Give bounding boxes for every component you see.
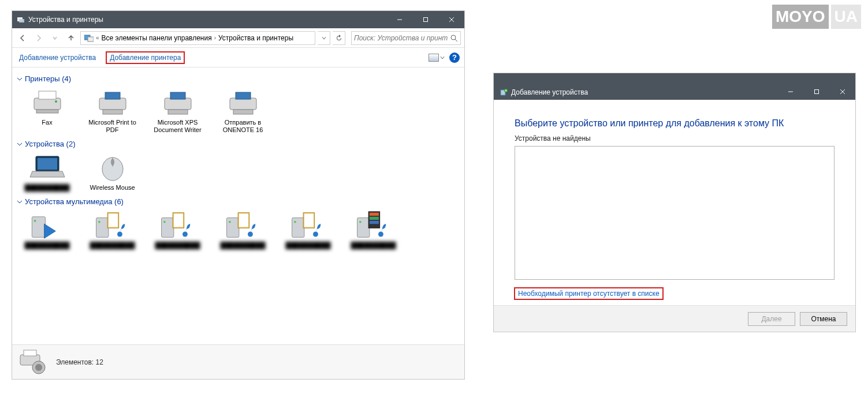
group-header-printers[interactable]: Принтеры (4) xyxy=(17,74,460,83)
svg-point-8 xyxy=(451,35,456,40)
svg-rect-17 xyxy=(165,98,191,110)
svg-rect-22 xyxy=(233,110,253,114)
command-bar: Добавление устройства Добавление принтер… xyxy=(12,48,464,67)
breadcrumb-path[interactable]: « Все элементы панели управления › Устро… xyxy=(80,31,315,45)
svg-rect-54 xyxy=(369,221,378,224)
device-add-icon xyxy=(500,88,508,96)
devices-icon xyxy=(17,16,25,24)
svg-rect-24 xyxy=(38,158,57,170)
svg-rect-47 xyxy=(304,213,313,227)
dialog-titlebar: Добавление устройства xyxy=(494,73,855,100)
device-item[interactable]: Microsoft Print to PDF xyxy=(82,85,143,135)
device-label: ██████████ xyxy=(351,242,396,249)
svg-rect-34 xyxy=(161,218,173,238)
printer-icon xyxy=(159,87,196,118)
svg-rect-42 xyxy=(239,213,248,227)
search-input[interactable] xyxy=(354,34,448,42)
status-bar: Элементов: 12 xyxy=(12,344,464,379)
device-label: Fax xyxy=(42,119,52,126)
device-item[interactable]: Fax xyxy=(17,85,77,135)
dialog-subtext: Устройства не найдены xyxy=(515,134,835,142)
svg-point-30 xyxy=(98,221,100,223)
minimize-button[interactable] xyxy=(777,84,803,100)
media-server-icon xyxy=(159,209,196,241)
fax-icon xyxy=(29,87,66,118)
chevron-right-icon: › xyxy=(214,35,216,41)
back-button[interactable] xyxy=(16,31,29,45)
status-text: Элементов: 12 xyxy=(56,358,103,366)
minimize-button[interactable] xyxy=(386,11,412,28)
up-button[interactable] xyxy=(64,31,78,45)
group-header-multimedia[interactable]: Устройства мультимедиа (6) xyxy=(17,197,460,206)
device-item[interactable]: ██████████ xyxy=(278,208,338,250)
media-server-icon xyxy=(29,209,66,241)
svg-rect-49 xyxy=(357,218,369,238)
help-button[interactable]: ? xyxy=(449,52,460,63)
svg-point-28 xyxy=(33,220,36,222)
dialog-title: Добавление устройства xyxy=(511,88,588,96)
svg-rect-14 xyxy=(99,98,126,110)
device-item[interactable]: ██████████ xyxy=(343,208,404,250)
svg-rect-18 xyxy=(170,92,185,99)
devices-and-printers-window: Устройства и принтеры « Все элементы пан… xyxy=(12,10,465,380)
breadcrumb-item-1[interactable]: Все элементы панели управления xyxy=(102,34,212,42)
refresh-button[interactable] xyxy=(333,31,345,45)
svg-rect-11 xyxy=(39,91,56,99)
chevron-down-icon xyxy=(17,199,23,205)
add-device-link[interactable]: Добавление устройства xyxy=(17,52,98,63)
found-devices-list[interactable] xyxy=(515,146,835,280)
cancel-button[interactable]: Отмена xyxy=(800,312,847,326)
device-label: ██████████ xyxy=(286,242,331,249)
device-item[interactable]: ██████████ xyxy=(17,208,77,250)
device-item[interactable]: ██████████ xyxy=(82,208,143,250)
add-printer-link[interactable]: Добавление принтера xyxy=(106,52,184,63)
svg-rect-39 xyxy=(226,218,239,238)
printers-items: Fax Microsoft Print to PDF Microsoft XPS… xyxy=(17,85,460,135)
device-label: Microsoft XPS Document Writer xyxy=(148,119,207,134)
device-label: Отправить в ONENOTE 16 xyxy=(214,119,272,134)
view-options-button[interactable] xyxy=(429,54,445,62)
device-item[interactable]: ██████████ xyxy=(17,151,77,193)
laptop-icon xyxy=(29,152,66,183)
svg-point-26 xyxy=(111,159,114,166)
svg-rect-10 xyxy=(34,98,61,110)
device-label: ██████████ xyxy=(25,184,70,192)
device-label: ██████████ xyxy=(155,242,200,249)
svg-rect-57 xyxy=(24,350,36,356)
chevron-down-icon xyxy=(17,76,23,82)
close-button[interactable] xyxy=(829,84,855,100)
group-header-devices[interactable]: Устройства (2) xyxy=(17,140,460,148)
address-dropdown[interactable] xyxy=(318,31,330,45)
printer-not-listed-link[interactable]: Необходимый принтер отсутствует в списке xyxy=(515,288,663,299)
dialog-heading: Выберите устройство или принтер для доба… xyxy=(515,118,835,129)
device-item[interactable]: Отправить в ONENOTE 16 xyxy=(213,85,273,135)
svg-line-9 xyxy=(455,39,457,42)
view-icon xyxy=(429,54,439,62)
device-label: Microsoft Print to PDF xyxy=(83,119,141,134)
search-box[interactable] xyxy=(351,31,461,45)
next-button[interactable]: Далее xyxy=(748,312,795,326)
mouse-icon xyxy=(94,152,131,183)
svg-point-55 xyxy=(378,232,383,237)
printer-icon xyxy=(94,87,131,118)
device-item[interactable]: Microsoft XPS Document Writer xyxy=(147,85,208,135)
device-item[interactable]: ██████████ xyxy=(213,208,273,250)
history-dropdown[interactable] xyxy=(48,31,62,45)
breadcrumb-item-2[interactable]: Устройства и принтеры xyxy=(218,34,293,42)
svg-rect-3 xyxy=(423,18,427,22)
device-item[interactable]: Wireless Mouse xyxy=(82,151,143,193)
svg-point-43 xyxy=(248,232,253,237)
svg-rect-52 xyxy=(369,213,378,216)
maximize-button[interactable] xyxy=(412,11,438,28)
maximize-button[interactable] xyxy=(803,84,829,100)
svg-point-45 xyxy=(294,221,296,223)
media-server-icon xyxy=(94,209,131,241)
status-bar-icon xyxy=(18,349,50,376)
device-item[interactable]: ██████████ xyxy=(147,208,208,250)
forward-button[interactable] xyxy=(32,31,46,45)
address-bar: « Все элементы панели управления › Устро… xyxy=(12,28,464,48)
group-label: Устройства мультимедиа (6) xyxy=(25,197,124,206)
close-button[interactable] xyxy=(438,11,464,28)
dialog-buttons: Далее Отмена xyxy=(494,305,855,332)
device-label: ██████████ xyxy=(25,242,70,249)
